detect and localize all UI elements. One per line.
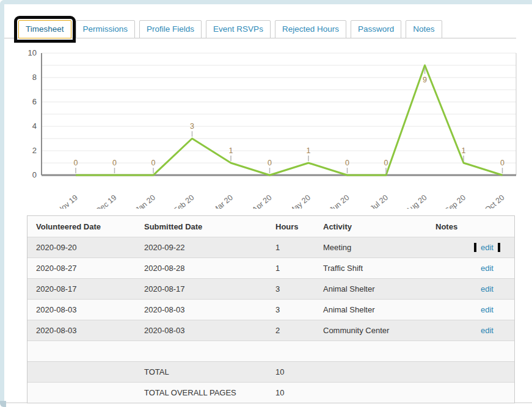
point-value-label: 1 (229, 146, 233, 155)
table-row: 2020-08-032020-08-032Community Centeredi… (27, 320, 514, 341)
total-row: TOTAL10 (27, 362, 514, 383)
tab-password[interactable]: Password (351, 20, 401, 38)
point-value-label: 0 (112, 159, 117, 167)
edit-link[interactable]: edit (481, 264, 494, 273)
total-overall-row: TOTAL OVERALL PAGES10 (27, 383, 514, 403)
total-label: TOTAL (136, 367, 267, 376)
column-header-submitted-date: Submitted Date (136, 222, 267, 231)
point-value-label: 0 (74, 159, 78, 167)
x-axis-label: Mar 20 (211, 193, 235, 209)
hours-cell: 3 (267, 284, 315, 294)
hours-cell: 1 (267, 264, 315, 273)
y-tick-label: 10 (28, 49, 37, 57)
column-header-hours: Hours (267, 222, 315, 231)
point-value-label: 0 (345, 159, 349, 167)
submitted-date-cell: 2020-08-03 (136, 305, 267, 314)
volunteered-date-cell: 2020-09-20 (27, 243, 136, 252)
table-row: 2020-09-202020-09-221Meetingedit (27, 237, 514, 258)
hours-cell: 2 (267, 326, 315, 335)
chart-svg: 0246810000310100910Nov 19Dec 19Jan 20Feb… (24, 49, 522, 209)
y-tick-label: 4 (32, 121, 37, 131)
activity-cell: Traffic Shift (315, 264, 427, 273)
x-axis-label: Nov 19 (56, 193, 79, 209)
hours-series-line (76, 65, 503, 175)
tab-timesheet[interactable]: Timesheet (18, 20, 71, 38)
table-row: 2020-08-032020-08-033Animal Shelteredit (27, 300, 514, 320)
column-header-activity: Activity (315, 222, 427, 231)
actions-cell: edit (472, 284, 514, 294)
point-value-label: 0 (384, 159, 388, 167)
tab-event-rsvps[interactable]: Event RSVPs (206, 20, 271, 38)
point-value-label: 1 (462, 146, 466, 155)
edit-link[interactable]: edit (481, 284, 494, 294)
edit-link[interactable]: edit (481, 243, 494, 252)
activity-cell: Animal Shelter (315, 305, 427, 314)
x-axis-label: Dec 19 (94, 193, 118, 209)
hours-line-chart: 0246810000310100910Nov 19Dec 19Jan 20Feb… (24, 49, 522, 209)
page-frame-left (0, 0, 4, 403)
page-frame-top (0, 0, 532, 4)
y-tick-label: 6 (32, 97, 37, 106)
activity-cell: Animal Shelter (315, 284, 427, 294)
volunteered-date-cell: 2020-08-17 (27, 284, 136, 294)
submitted-date-cell: 2020-08-03 (136, 326, 267, 335)
tab-rejected-hours[interactable]: Rejected Hours (275, 20, 346, 38)
column-header-notes: Notes (427, 222, 472, 231)
submitted-date-cell: 2020-09-22 (136, 243, 267, 252)
overall-label: TOTAL OVERALL PAGES (136, 388, 267, 397)
actions-cell: edit (472, 326, 514, 335)
tab-permissions[interactable]: Permissions (76, 20, 136, 38)
edit-link[interactable]: edit (481, 326, 494, 335)
total-value: 10 (267, 367, 315, 376)
point-value-label: 0 (151, 159, 156, 167)
tab-profile-fields[interactable]: Profile Fields (139, 20, 202, 38)
empty-row (27, 341, 514, 362)
x-axis-label: Jul 20 (368, 193, 390, 209)
timesheet-table: Volunteered DateSubmitted DateHoursActiv… (27, 215, 515, 403)
point-value-label: 0 (268, 159, 272, 167)
activity-cell: Meeting (315, 243, 427, 252)
volunteered-date-cell: 2020-08-03 (27, 326, 136, 335)
actions-cell: edit (472, 305, 514, 314)
actions-cell: edit (472, 264, 514, 273)
table-row: 2020-08-272020-08-281Traffic Shiftedit (27, 258, 514, 279)
page-frame-corner (0, 401, 6, 407)
x-axis-label: May 20 (288, 193, 312, 209)
point-value-label: 1 (307, 146, 311, 155)
x-axis-label: Jan 20 (134, 193, 157, 209)
x-axis-label: Oct 20 (483, 193, 506, 209)
column-header-volunteered-date: Volunteered Date (27, 222, 136, 231)
submitted-date-cell: 2020-08-28 (136, 264, 267, 273)
x-axis-label: Apr 20 (250, 193, 273, 209)
point-value-label: 9 (423, 76, 427, 84)
y-tick-label: 8 (32, 73, 37, 82)
y-tick-label: 0 (32, 170, 37, 179)
table-row: 2020-08-172020-08-173Animal Shelteredit (27, 279, 514, 300)
tab-bar: TimesheetPermissionsProfile FieldsEvent … (18, 20, 446, 38)
volunteered-date-cell: 2020-08-03 (27, 305, 136, 314)
x-axis-label: Sep 20 (443, 193, 467, 209)
point-value-label: 3 (190, 122, 194, 131)
activity-cell: Community Center (315, 326, 427, 335)
table-header-row: Volunteered DateSubmitted DateHoursActiv… (27, 216, 514, 237)
overall-value: 10 (267, 388, 315, 397)
hours-cell: 1 (267, 243, 315, 252)
edit-link[interactable]: edit (481, 305, 494, 314)
x-axis-label: Jun 20 (328, 193, 351, 209)
hours-cell: 3 (267, 305, 315, 314)
tab-notes[interactable]: Notes (406, 20, 442, 38)
submitted-date-cell: 2020-08-17 (136, 284, 267, 294)
y-tick-label: 2 (32, 146, 37, 155)
x-axis-label: Feb 20 (172, 193, 196, 209)
actions-cell: edit (472, 243, 514, 252)
point-value-label: 0 (500, 159, 505, 167)
x-axis-label: Aug 20 (404, 193, 428, 209)
volunteered-date-cell: 2020-08-27 (27, 264, 136, 273)
